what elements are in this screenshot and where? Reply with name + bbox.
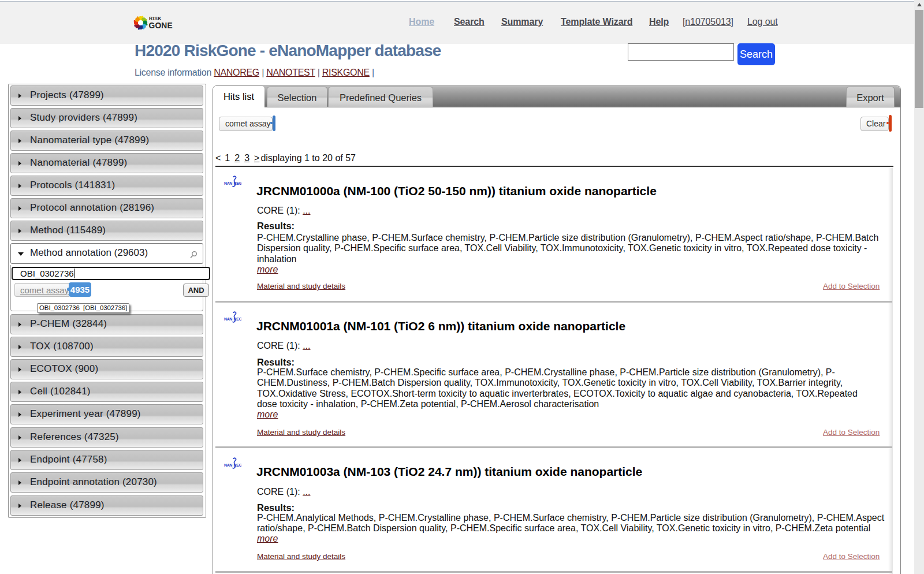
svg-text:GONE: GONE [149, 21, 173, 30]
svg-text:NAN: NAN [224, 181, 232, 185]
svg-text:RISK: RISK [149, 16, 162, 21]
svg-text:NAN: NAN [224, 463, 232, 467]
svg-text:NAN: NAN [224, 317, 232, 321]
